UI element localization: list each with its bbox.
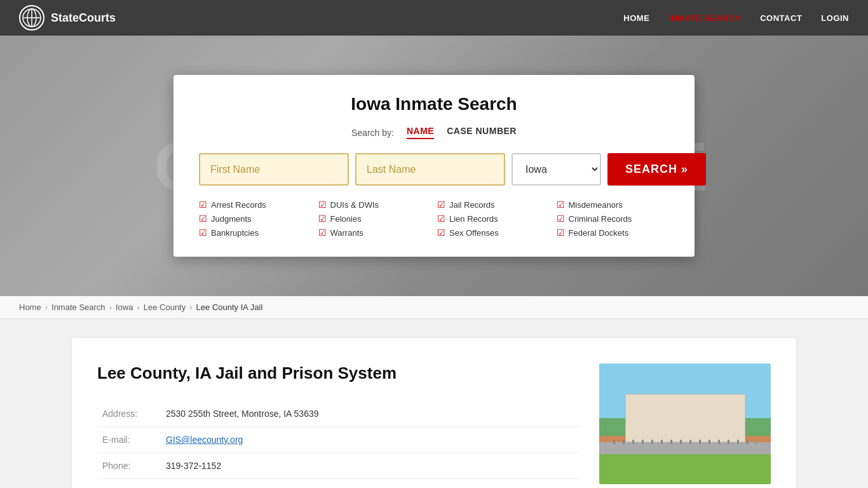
checkbox-bankruptcies: ☑ Bankruptcies	[199, 227, 312, 238]
email-row: E-mail: GIS@leecounty.org	[97, 427, 580, 453]
checkbox-felonies: ☑ Felonies	[318, 214, 431, 224]
website-label: Website:	[97, 479, 161, 489]
logo-area: StateCourts	[19, 5, 116, 30]
checkbox-label: Bankruptcies	[211, 228, 259, 238]
search-title: Iowa Inmate Search	[199, 94, 669, 114]
address-label: Address:	[97, 401, 161, 427]
checkbox-label: Sex Offenses	[449, 228, 499, 238]
checkmark-icon: ☑	[318, 227, 327, 238]
checkbox-duis-dwis: ☑ DUIs & DWIs	[318, 200, 431, 210]
address-value: 2530 255th Street, Montrose, IA 53639	[161, 401, 580, 427]
breadcrumb-home[interactable]: Home	[19, 302, 41, 312]
checkmark-icon: ☑	[557, 200, 565, 210]
checkmark-icon: ☑	[437, 214, 445, 224]
email-label: E-mail:	[97, 427, 161, 453]
checkmark-icon: ☑	[437, 200, 445, 210]
checkbox-label: Federal Dockets	[569, 228, 629, 238]
nav-contact[interactable]: CONTACT	[760, 13, 802, 23]
content-card: Lee County, IA Jail and Prison System Ad…	[72, 338, 796, 488]
checkbox-label: Arrest Records	[211, 200, 266, 210]
checkbox-grid: ☑ Arrest Records ☑ DUIs & DWIs ☑ Jail Re…	[199, 200, 669, 238]
nav-login[interactable]: LOGIN	[821, 13, 849, 23]
website-row: Website: http://www.leecounty.org/office…	[97, 479, 580, 489]
nav-home[interactable]: HOME	[623, 13, 649, 23]
checkbox-federal-dockets: ☑ Federal Dockets	[557, 227, 670, 238]
checkbox-label: Felonies	[330, 214, 362, 224]
checkbox-label: Criminal Records	[569, 214, 632, 224]
checkbox-lien-records: ☑ Lien Records	[437, 214, 550, 224]
nav-inmate-search[interactable]: INMATE SEARCH	[668, 13, 741, 23]
checkbox-label: Jail Records	[449, 200, 495, 210]
breadcrumb-inmate-search[interactable]: Inmate Search	[51, 302, 105, 312]
email-value: GIS@leecounty.org	[161, 427, 580, 453]
checkmark-icon: ☑	[437, 227, 445, 238]
breadcrumb: Home › Inmate Search › Iowa › Lee County…	[0, 296, 868, 319]
checkbox-label: DUIs & DWIs	[330, 200, 379, 210]
tab-case-number[interactable]: CASE NUMBER	[447, 126, 517, 139]
checkmark-icon: ☑	[199, 214, 207, 224]
search-inputs-row: Iowa Alabama Alaska Arizona Arkansas Cal…	[199, 153, 669, 186]
checkmark-icon: ☑	[199, 227, 207, 238]
checkbox-criminal-records: ☑ Criminal Records	[557, 214, 670, 224]
checkbox-judgments: ☑ Judgments	[199, 214, 312, 224]
checkbox-misdemeanors: ☑ Misdemeanors	[557, 200, 670, 210]
content-area: Lee County, IA Jail and Prison System Ad…	[53, 319, 815, 488]
content-title: Lee County, IA Jail and Prison System	[97, 363, 580, 383]
checkbox-jail-records: ☑ Jail Records	[437, 200, 550, 210]
website-value: http://www.leecounty.org/offices/sheriff…	[161, 479, 580, 489]
site-header: StateCourts HOME INMATE SEARCH CONTACT L…	[0, 0, 868, 36]
first-name-input[interactable]	[199, 153, 349, 186]
phone-label: Phone:	[97, 453, 161, 479]
tab-name[interactable]: NAME	[407, 126, 434, 139]
address-row: Address: 2530 255th Street, Montrose, IA…	[97, 401, 580, 427]
checkbox-sex-offenses: ☑ Sex Offenses	[437, 227, 550, 238]
main-nav: HOME INMATE SEARCH CONTACT LOGIN	[623, 13, 849, 23]
checkbox-label: Warrants	[330, 228, 363, 238]
breadcrumb-sep-3: ›	[137, 302, 139, 312]
checkmark-icon: ☑	[199, 200, 207, 210]
checkmark-icon: ☑	[318, 200, 327, 210]
facility-image	[599, 363, 771, 484]
email-link[interactable]: GIS@leecounty.org	[166, 435, 243, 445]
breadcrumb-sep-2: ›	[109, 302, 112, 312]
logo-icon	[19, 5, 44, 30]
content-main: Lee County, IA Jail and Prison System Ad…	[97, 363, 580, 488]
breadcrumb-current: Lee County IA Jail	[196, 302, 263, 312]
hero-section: COURTHOUSE Iowa Inmate Search Search by:…	[0, 36, 868, 296]
checkbox-label: Lien Records	[449, 214, 498, 224]
info-table: Address: 2530 255th Street, Montrose, IA…	[97, 401, 580, 488]
search-by-label: Search by:	[351, 128, 394, 138]
breadcrumb-sep-4: ›	[189, 302, 192, 312]
breadcrumb-sep-1: ›	[45, 302, 48, 312]
search-by-row: Search by: NAME CASE NUMBER	[199, 126, 669, 139]
search-card: Iowa Inmate Search Search by: NAME CASE …	[173, 75, 695, 257]
checkbox-warrants: ☑ Warrants	[318, 227, 431, 238]
search-button[interactable]: SEARCH »	[607, 153, 706, 186]
state-select[interactable]: Iowa Alabama Alaska Arizona Arkansas Cal…	[512, 153, 601, 186]
checkmark-icon: ☑	[557, 214, 565, 224]
site-name: StateCourts	[51, 11, 116, 25]
breadcrumb-lee-county[interactable]: Lee County	[144, 302, 186, 312]
checkbox-label: Misdemeanors	[569, 200, 623, 210]
checkmark-icon: ☑	[318, 214, 327, 224]
checkbox-label: Judgments	[211, 214, 252, 224]
phone-value: 319-372-1152	[161, 453, 580, 479]
phone-row: Phone: 319-372-1152	[97, 453, 580, 479]
breadcrumb-iowa[interactable]: Iowa	[116, 302, 133, 312]
checkmark-icon: ☑	[557, 227, 565, 238]
checkbox-arrest-records: ☑ Arrest Records	[199, 200, 312, 210]
last-name-input[interactable]	[355, 153, 505, 186]
